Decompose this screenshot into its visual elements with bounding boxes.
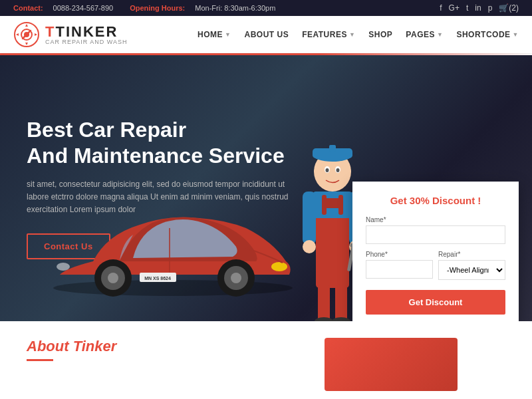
phone-field-group: Phone* [366,251,433,280]
car-svg: MN XS 8624 [40,175,306,308]
header: TTINKER Car Repair And Wash HOME ▼ ABOUT… [0,16,532,53]
svg-rect-17 [303,192,316,245]
google-plus-icon[interactable]: G+ [449,3,460,13]
svg-point-3 [53,280,293,296]
repair-field-group: Repair* -Wheel Alignment Engine Repair O… [438,251,505,280]
nav-home[interactable]: HOME ▼ [198,30,231,39]
hero-title: Best Car Repair And Maintenance Service [27,117,293,168]
svg-point-26 [332,317,350,321]
svg-rect-24 [335,285,347,321]
logo-text: TTINKER Car Repair And Wash [45,25,128,45]
discount-percent: 30% [410,195,430,206]
phone-repair-row: Phone* Repair* -Wheel Alignment Engine R… [366,251,505,287]
name-input[interactable] [366,225,505,244]
logo-tagline: Car Repair And Wash [45,39,128,45]
about-section: About Tinker [0,321,532,399]
name-field-group: Name* [366,216,505,244]
svg-point-10 [271,262,287,271]
about-left: About Tinker [27,338,256,391]
about-image [325,338,458,391]
shortcode-arrow-icon: ▼ [513,31,519,38]
svg-point-25 [315,317,333,321]
hero-title-line2: And Maintenance Service [27,144,285,168]
about-title-pre: About [27,338,73,354]
phone-label: Phone* [366,251,433,258]
logo-gear-icon [13,21,40,48]
hero-section: Best Car Repair And Maintenance Service … [0,55,532,321]
twitter-icon[interactable]: t [466,3,468,13]
repair-label: Repair* [438,251,505,258]
svg-point-6 [108,273,118,283]
repair-select[interactable]: -Wheel Alignment Engine Repair Oil Chang… [438,260,505,280]
get-discount-button[interactable]: Get Discount [366,290,505,315]
discount-form: Get 30% Discount ! Name* Phone* Repair* … [352,182,519,321]
svg-rect-37 [325,198,340,208]
svg-point-19 [303,240,316,253]
nav-features[interactable]: FEATURES ▼ [302,30,355,39]
contact-label: Contact: [13,4,43,12]
opening-label: Opening Hours: [130,4,185,12]
about-title: About Tinker [27,338,256,355]
svg-point-31 [336,168,340,172]
nav-shortcode[interactable]: SHORTCODE ▼ [456,30,519,39]
nav-pages[interactable]: PAGES ▼ [406,30,443,39]
svg-text:MN XS 8624: MN XS 8624 [144,276,171,281]
top-bar-right: f G+ t in p 🛒(2) [440,3,519,13]
pinterest-icon[interactable]: p [488,3,493,13]
discount-title-pre: Get [390,195,410,206]
phone-number: 0088-234-567-890 [53,4,114,12]
about-right [276,338,505,391]
pages-arrow-icon: ▼ [437,31,443,38]
hero-car-image: MN XS 8624 [40,175,306,321]
svg-point-11 [57,263,70,271]
home-arrow-icon: ▼ [225,31,231,38]
name-label: Name* [366,216,505,223]
cart-icon[interactable]: 🛒(2) [499,3,519,13]
about-underline [27,359,53,361]
instagram-icon[interactable]: in [475,3,481,13]
cart-count: (2) [509,3,519,13]
svg-point-30 [326,168,329,172]
nav-about[interactable]: ABOUT US [244,30,289,39]
logo: TTINKER Car Repair And Wash [13,21,128,48]
logo-brand-name: TTINKER [45,25,128,39]
about-brand: Tinker [73,338,117,354]
hero-title-line1: Best Car Repair [27,118,186,142]
main-nav: HOME ▼ ABOUT US FEATURES ▼ SHOP PAGES ▼ … [198,30,519,39]
about-us-label: ABOUT US [244,30,289,39]
svg-point-9 [231,273,241,283]
nav-shop[interactable]: SHOP [368,30,392,39]
top-bar: Contact: 0088-234-567-890 Opening Hours:… [0,0,532,16]
svg-rect-34 [329,145,336,152]
opening-hours: Mon-Fri: 8:30am-6:30pm [195,4,275,12]
top-bar-left: Contact: 0088-234-567-890 Opening Hours:… [13,4,275,12]
discount-title-post: Discount ! [430,195,481,206]
discount-title: Get 30% Discount ! [366,195,505,206]
features-arrow-icon: ▼ [349,31,355,38]
facebook-icon[interactable]: f [440,3,442,13]
phone-input[interactable] [366,260,433,279]
svg-rect-23 [318,285,330,321]
